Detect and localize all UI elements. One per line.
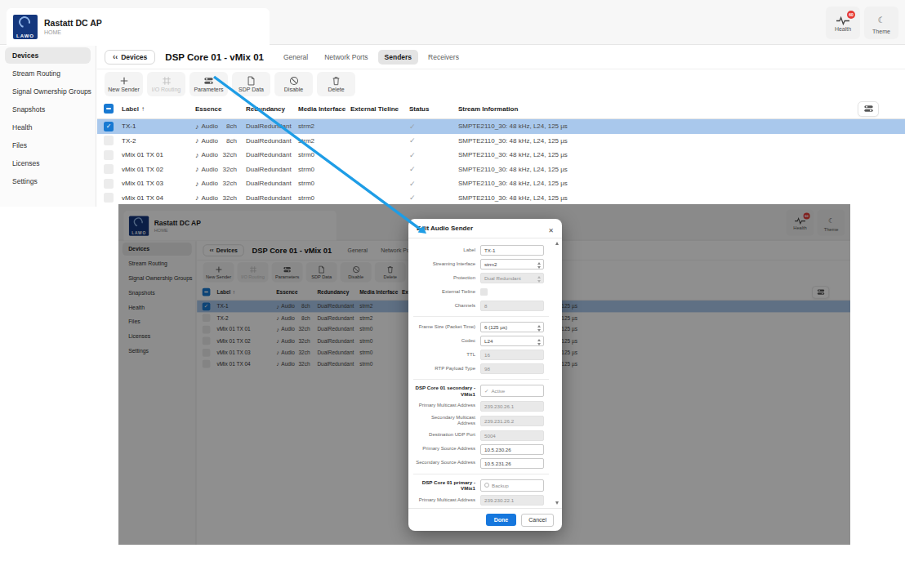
field-value: 6 (125 µs)	[484, 324, 507, 330]
text-field-primary-source-address[interactable]: 10.5.230.26	[480, 444, 544, 455]
sidebar-item-stream-routing[interactable]: Stream Routing	[5, 65, 91, 82]
table-settings-icon	[863, 104, 874, 115]
table-settings-button[interactable]	[858, 101, 879, 117]
toolbar-disable-button[interactable]: Disable	[274, 72, 313, 96]
done-button[interactable]: Done	[486, 514, 517, 526]
sidebar-item-label: Settings	[12, 177, 38, 185]
text-field-secondary-source-address[interactable]: 10.5.231.26	[480, 458, 544, 469]
radio-icon	[484, 483, 489, 488]
select-all-checkbox[interactable]	[104, 104, 114, 114]
table-row[interactable]: TX-1Audio8chDualRedundantstrm2✓SMPTE2110…	[97, 119, 905, 134]
sidebar-item-snapshots[interactable]: Snapshots	[5, 101, 91, 118]
table-row[interactable]: vMix 01 TX 04Audio32chDualRedundantstrm0…	[97, 191, 905, 206]
table-row[interactable]: vMix 01 TX 01Audio32chDualRedundantstrm0…	[97, 148, 905, 163]
field-value: 98	[484, 366, 490, 372]
channel-count: 8ch	[221, 122, 237, 130]
sidebar-item-health[interactable]: Health	[5, 119, 91, 136]
sidebar-item-signal-ownership-groups[interactable]: Signal Ownership Groups	[5, 83, 91, 100]
text-field-primary-multicast-address: 239.230.26.1	[480, 401, 544, 412]
field-row-frame-size-packet-time: Frame Size (Packet Time)6 (125 µs)	[413, 322, 549, 332]
toolbar-new-sender-button[interactable]: New Sender	[105, 72, 143, 96]
row-checkbox[interactable]	[104, 122, 114, 131]
media-interface-value: strm2	[298, 137, 314, 145]
column-header-label: Label	[122, 105, 139, 113]
back-to-devices-button[interactable]: ‹ Devices	[105, 50, 155, 65]
field-row-secondary-multicast-address: Secondary Multicast Address239.231.26.2	[413, 415, 549, 427]
status-check-icon: ✓	[409, 180, 416, 188]
tab-general[interactable]: General	[277, 50, 314, 65]
stream-information: SMPTE2110_30: 48 kHz, L24, 125 µs	[458, 151, 568, 158]
toolbar-button-label: I/O Routing	[152, 87, 181, 92]
row-checkbox[interactable]	[104, 136, 114, 145]
health-badge: 60	[847, 11, 855, 19]
logo-text: LAWO	[13, 33, 38, 38]
column-header-label: Redundancy	[246, 105, 285, 113]
row-checkbox[interactable]	[104, 179, 114, 189]
theme-label: Theme	[872, 29, 890, 34]
toolbar: New SenderI/O RoutingParametersSDP DataD…	[97, 69, 905, 99]
redundancy-value: DualRedundant	[246, 166, 292, 173]
table-row[interactable]: vMix 01 TX 02Audio32chDualRedundantstrm0…	[97, 163, 905, 177]
select-field-streaming-interface[interactable]: strm2	[480, 259, 544, 270]
tab-senders[interactable]: Senders	[378, 50, 419, 65]
field-label: Primary Source Address	[413, 446, 480, 452]
table-row[interactable]: vMix 01 TX 03Audio32chDualRedundantstrm0…	[97, 176, 905, 191]
toolbar-sdp-data-button[interactable]: SDP Data	[232, 72, 270, 96]
field-row-dsp-core-01-primary-vmix1: DSP Core 01 primary - VMix1Backup	[413, 479, 549, 492]
field-row-dsp-core-01-secondary-vmix1: DSP Core 01 secondary - VMix1Active	[413, 385, 549, 398]
field-row-label: LabelTX-1	[413, 245, 549, 256]
health-button[interactable]: 60 Health	[826, 7, 860, 39]
table-row[interactable]: TX-2Audio8chDualRedundantstrm2✓SMPTE2110…	[97, 134, 905, 149]
toolbar-parameters-button[interactable]: Parameters	[189, 72, 228, 96]
sidebar-item-label: Signal Ownership Groups	[12, 87, 91, 96]
field-row-ttl: TTL16	[413, 350, 549, 360]
status-indicator-value: Backup	[492, 483, 509, 488]
page-title: DSP Core 01 - vMix 01	[165, 52, 264, 62]
column-header-label: Label↑	[122, 105, 195, 113]
tab-network-ports[interactable]: Network Ports	[318, 50, 374, 65]
params-icon	[203, 76, 214, 85]
select-field-frame-size-packet-time[interactable]: 6 (125 µs)	[480, 322, 544, 332]
sidebar-item-files[interactable]: Files	[5, 137, 91, 154]
theme-button[interactable]: Theme	[864, 7, 898, 39]
field-label: TTL	[413, 352, 480, 359]
text-field-destination-udp-port: 5004	[480, 430, 544, 441]
external-tieline-checkbox[interactable]	[480, 288, 488, 296]
dialog-title: Edit Audio Sender	[417, 225, 473, 232]
field-label: Channels	[413, 303, 480, 310]
select-field-codec[interactable]: L24	[480, 336, 544, 346]
field-label: Codec	[413, 338, 480, 345]
cancel-button[interactable]: Cancel	[521, 514, 554, 527]
text-field-label[interactable]: TX-1	[480, 245, 544, 256]
field-label: Primary Multicast Address	[413, 497, 480, 504]
toolbar-delete-button[interactable]: Delete	[317, 72, 355, 96]
scroll-up-icon[interactable]	[555, 242, 559, 245]
main-content: ‹ Devices DSP Core 01 - vMix 01 GeneralN…	[97, 46, 905, 207]
row-checkbox[interactable]	[104, 164, 114, 174]
row-checkbox[interactable]	[104, 150, 114, 160]
audio-note-icon	[195, 151, 199, 159]
topbar-actions: 60 Health Theme	[826, 7, 898, 39]
channel-count: 32ch	[221, 180, 237, 187]
audio-note-icon	[195, 165, 199, 173]
essence-type: Audio	[202, 122, 218, 130]
sidebar-item-licenses[interactable]: Licenses	[5, 155, 91, 172]
essence-type: Audio	[202, 194, 218, 202]
channel-count: 8ch	[221, 137, 237, 145]
status-check-icon: ✓	[409, 151, 416, 159]
field-row-primary-source-address: Primary Source Address10.5.230.26	[413, 444, 549, 455]
field-value: 8	[484, 303, 487, 309]
brand-card: LAWO Rastatt DC AP HOME	[7, 8, 270, 45]
sidebar: DevicesStream RoutingSignal Ownership Gr…	[0, 46, 96, 207]
field-row-destination-udp-port: Destination UDP Port5004	[413, 430, 549, 441]
sidebar-item-devices[interactable]: Devices	[5, 47, 91, 64]
scroll-down-icon[interactable]	[555, 501, 559, 505]
sender-label: vMix 01 TX 04	[122, 194, 163, 202]
row-checkbox[interactable]	[104, 193, 114, 203]
status-check-icon: ✓	[409, 165, 416, 173]
breadcrumb-home: HOME	[44, 29, 102, 35]
close-icon[interactable]	[548, 221, 554, 236]
field-label: Frame Size (Packet Time)	[413, 324, 480, 331]
tab-receivers[interactable]: Receivers	[421, 50, 466, 65]
sidebar-item-settings[interactable]: Settings	[5, 173, 91, 189]
